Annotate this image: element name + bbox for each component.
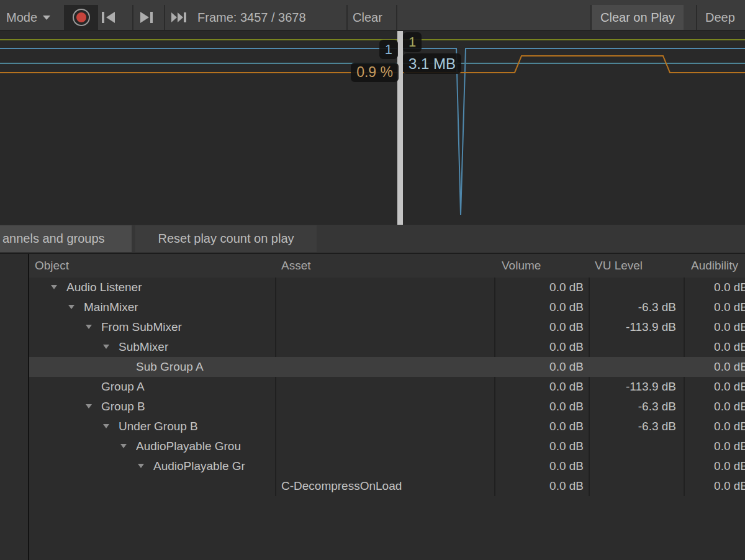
clear-button[interactable]: Clear [353,5,382,30]
left-gutter [0,254,28,560]
frame-count-badge: 1 [403,32,422,52]
record-icon [73,9,90,26]
cell-volume: 0.0 dB [495,476,584,496]
cell-object: Group A [101,377,275,397]
cell-volume: 0.0 dB [495,377,584,397]
cell-vu-level [589,337,676,357]
frame-scrubber[interactable] [397,31,403,225]
cursor-cpu-badge: 0.9 % [351,63,399,82]
cell-audibility: 0.0 dB [685,337,745,357]
table-row[interactable]: SubMixer0.0 dB0.0 dB [29,337,745,357]
cell-vu-level: -113.9 dB [589,317,676,337]
audio-options-bar: annels and groups Reset play count on pl… [0,225,745,254]
chart-area[interactable]: 1 0.9 % 1 3.1 MB [0,31,745,225]
header-asset[interactable]: Asset [281,254,311,278]
step-forward-icon [139,11,154,24]
cell-vu-level: -6.3 dB [589,417,676,436]
cell-object: Sub Group A [136,357,275,377]
cell-asset: C-DecompressOnLoad [281,476,489,496]
header-object[interactable]: Object [35,254,69,278]
cell-object: Group B [101,397,275,417]
cell-asset [281,436,489,456]
cell-asset [281,297,489,317]
cell-audibility: 0.0 dB [685,456,745,476]
cell-vu-level: -6.3 dB [589,397,676,417]
record-button[interactable] [64,5,98,30]
cell-vu-level [589,456,676,476]
table-row[interactable]: AudioPlayable Gr0.0 dB0.0 dB [29,456,745,476]
cell-volume: 0.0 dB [495,357,584,377]
cell-audibility: 0.0 dB [685,417,745,436]
table-row[interactable]: MainMixer0.0 dB-6.3 dB0.0 dB [29,297,745,317]
cell-object: Audio Listener [66,278,275,297]
clear-on-play-button[interactable]: Clear on Play [592,5,684,30]
table-row[interactable]: Sub Group A0.0 dB0.0 dB [29,357,745,377]
channels-and-groups-button[interactable]: annels and groups [0,225,132,252]
mode-dropdown[interactable]: Mode [6,5,50,30]
frame-memory-badge: 3.1 MB [403,53,461,74]
cell-volume: 0.0 dB [495,278,584,297]
cell-object: AudioPlayable Gr [153,456,275,476]
cell-vu-level: -113.9 dB [589,377,676,397]
table-header: Object Asset Volume VU Level Audibility [29,254,745,278]
header-vu-level[interactable]: VU Level [595,254,643,278]
foldout-arrow-icon[interactable] [86,325,92,329]
audio-profiler-window: Mode Frame: 3457 / 3678 Clear Clear on P… [0,0,745,560]
table-row[interactable]: Under Group B0.0 dB-6.3 dB0.0 dB [29,417,745,436]
table-row[interactable]: From SubMixer0.0 dB-113.9 dB0.0 dB [29,317,745,337]
audio-usage-chart [0,31,745,225]
cell-volume: 0.0 dB [495,436,584,456]
profiler-toolbar: Mode Frame: 3457 / 3678 Clear Clear on P… [0,0,745,31]
foldout-arrow-icon[interactable] [68,305,74,309]
cell-asset [281,397,489,417]
cell-asset [281,357,489,377]
cell-audibility: 0.0 dB [685,397,745,417]
step-forward-button[interactable] [139,5,154,30]
cell-asset [281,377,489,397]
foldout-arrow-icon[interactable] [51,285,57,289]
cell-object: Under Group B [119,417,275,436]
cell-audibility: 0.0 dB [685,297,745,317]
table-row[interactable]: Group A0.0 dB-113.9 dB0.0 dB [29,377,745,397]
skip-to-last-icon [171,12,187,23]
skip-to-last-button[interactable] [171,5,187,30]
cell-audibility: 0.0 dB [685,278,745,297]
cell-asset [281,337,489,357]
skip-to-first-button[interactable] [101,5,116,30]
cursor-count-badge: 1 [379,40,398,59]
cell-vu-level [589,357,676,377]
table-row[interactable]: C-DecompressOnLoad0.0 dB0.0 dB [29,476,745,496]
cell-volume: 0.0 dB [495,337,584,357]
foldout-arrow-icon[interactable] [86,404,92,409]
cell-audibility: 0.0 dB [685,317,745,337]
cell-vu-level [589,476,676,496]
skip-to-first-icon [101,11,116,24]
cell-object: AudioPlayable Grou [136,436,275,456]
cell-object [66,476,275,496]
foldout-arrow-icon[interactable] [138,464,144,468]
foldout-arrow-icon[interactable] [120,444,127,448]
table-row[interactable]: Audio Listener0.0 dB0.0 dB [29,278,745,297]
cell-asset [281,417,489,436]
cell-vu-level: -6.3 dB [589,297,676,317]
table-body: Audio Listener0.0 dB0.0 dBMainMixer0.0 d… [29,278,745,496]
header-volume[interactable]: Volume [502,254,541,278]
cell-volume: 0.0 dB [495,297,584,317]
cell-volume: 0.0 dB [495,317,584,337]
cell-vu-level [589,436,676,456]
foldout-arrow-icon[interactable] [103,424,109,428]
cell-audibility: 0.0 dB [685,476,745,496]
frame-counter: Frame: 3457 / 3678 [197,5,306,30]
cell-audibility: 0.0 dB [685,436,745,456]
cell-object: MainMixer [84,297,275,317]
deep-profile-button[interactable]: Deep [699,5,741,30]
cell-object: SubMixer [119,337,275,357]
table-row[interactable]: Group B0.0 dB-6.3 dB0.0 dB [29,397,745,417]
reset-play-count-button[interactable]: Reset play count on play [135,225,317,252]
header-audibility[interactable]: Audibility [691,254,738,278]
foldout-arrow-icon[interactable] [103,345,109,349]
cell-asset [281,278,489,297]
table-row[interactable]: AudioPlayable Grou0.0 dB0.0 dB [29,436,745,456]
cell-audibility: 0.0 dB [685,377,745,397]
mode-caret-icon [43,16,50,20]
